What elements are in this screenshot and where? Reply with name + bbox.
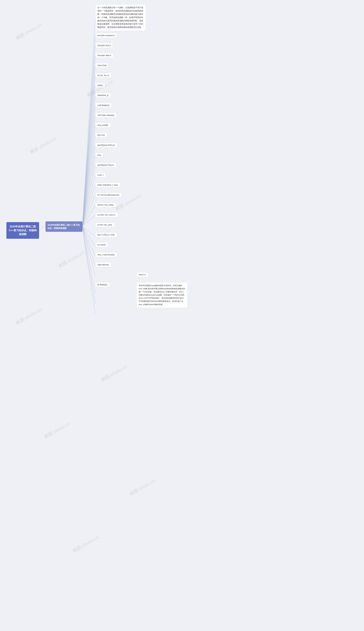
svg-line-27 (82, 229, 95, 303)
svg-line-15 (82, 165, 95, 226)
svg-line-11 (82, 125, 95, 226)
svg-line-2 (82, 36, 95, 226)
code-node-date-time-t: Date(time_t); (95, 93, 111, 98)
svg-line-19 (82, 205, 95, 226)
svg-line-24 (82, 226, 95, 266)
svg-line-23 (82, 226, 95, 256)
svg-line-10 (82, 115, 95, 226)
diagram-container: 树图 shutu.cn 树图 shutu.cn 树图 shutu.cn 树图 s… (0, 0, 364, 631)
code-node-int-mo-da-yr: int mo, da, yr; (95, 73, 112, 78)
svg-line-26 (82, 226, 95, 293)
code-node-include-stdio: #include stdio.h (95, 53, 113, 58)
code-node-cout: cout< } (95, 172, 106, 177)
code-node-public: public: (95, 83, 105, 88)
svg-line-14 (82, 155, 95, 226)
svg-line-22 (82, 226, 95, 246)
svg-line-13 (82, 145, 95, 226)
code-node-yr-year: yr=tim->tm_year; (95, 222, 114, 227)
svg-line-9 (82, 105, 95, 226)
code-node-mo-mon: mo=tim->tm_mon+1; (95, 213, 118, 217)
code-node-class-date: class Date (95, 63, 109, 68)
code-node-da-mday: da=tim->tm_mday; (95, 202, 116, 207)
code-node-return-0: return 0; (136, 272, 148, 277)
svg-line-0 (39, 225, 46, 231)
code-node-dt-display: dt.display(); (95, 282, 110, 287)
code-node-void-date-display: void Date::display() (95, 113, 116, 118)
svg-line-5 (82, 66, 95, 226)
svg-line-8 (82, 95, 95, 226)
code-node-include-time: #include time.h (95, 43, 113, 48)
svg-line-18 (82, 195, 95, 226)
code-node-date-dt-now: Date dt(now); (95, 262, 112, 267)
code-node-time-now: time_t now=time(0); (95, 252, 117, 257)
svg-line-21 (82, 226, 95, 236)
code-node-tm-localtime: tm* tim=localtime(&now); (95, 192, 122, 197)
svg-line-3 (82, 46, 95, 226)
svg-line-20 (82, 215, 95, 226)
code-node-date-date-time: Date::Date(time_t now) (95, 182, 120, 187)
svg-line-25 (82, 226, 95, 276)
code-node-int-main: int main() (95, 242, 108, 247)
svg-line-7 (82, 85, 95, 226)
code-node-sprintf-0: sprintf(year,0%d,yr); (95, 143, 117, 147)
connector-lines (0, 0, 364, 631)
code-node-include-iostream: #include iostream.h (95, 33, 117, 38)
code-node-void-display: void display(); (95, 103, 112, 108)
level1-node: 2020年全国计算机二级C++复习知识点：转换构造函数 (46, 222, 82, 232)
code-node-if-yr-100: if(yr>=100) yr-=100; (95, 232, 117, 237)
code-node-if-yr: if(yr<10) (95, 133, 107, 137)
watermark: 树图 shutu.cn 树图 shutu.cn 树图 shutu.cn 树图 s… (0, 0, 364, 631)
svg-line-28 (82, 229, 95, 313)
code-node-char-year: char year[5]; (95, 123, 110, 128)
svg-line-16 (82, 175, 95, 226)
root-node: 2020年全国计算机二级C++复习知识点：转换构造函数 (6, 222, 39, 239)
svg-line-17 (82, 185, 95, 226)
code-node-else: else (95, 153, 103, 157)
code-node-sprintf-d: sprintf(year,%d,yr); (95, 163, 116, 167)
svg-line-1 (82, 19, 95, 224)
svg-line-6 (82, 75, 95, 226)
description-top: 当一个构造函数仅有一个参数，且该参数是不同于该类的一个数据类型，这样的构造函数就… (95, 4, 146, 31)
svg-line-4 (82, 56, 95, 226)
description-bottom: 本程序先调用time()函数来获取当前时间，并把它赋给time_t对象;然后程序… (136, 282, 188, 308)
svg-line-12 (82, 135, 95, 226)
